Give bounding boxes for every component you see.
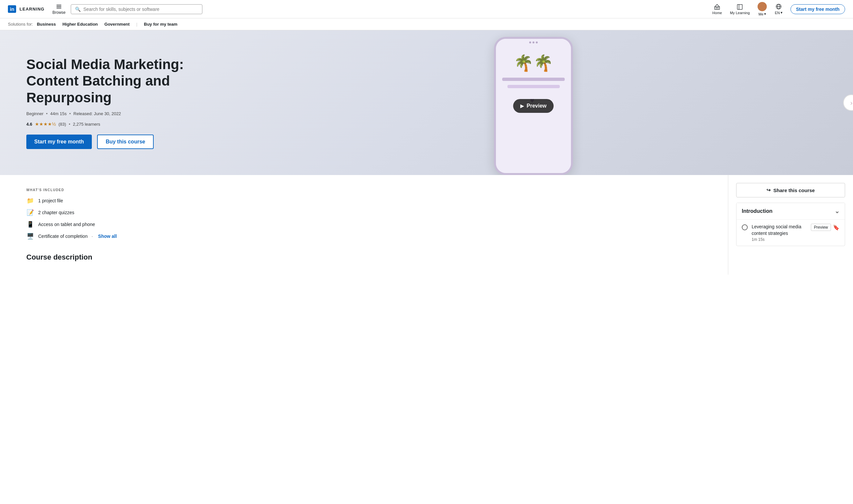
svg-rect-0 <box>57 5 61 5</box>
list-item: 🖥️ Certificate of completion · Show all <box>26 233 708 240</box>
language-label: EN <box>775 11 780 15</box>
preview-button[interactable]: ▶ Preview <box>513 99 553 113</box>
content-line-1 <box>502 78 565 81</box>
palm-trees-illustration: 🌴🌴 <box>514 54 553 72</box>
hero-section: Social Media Marketing: Content Batching… <box>0 30 853 175</box>
header: in LEARNING Browse 🔍 <box>0 0 853 30</box>
show-all-link[interactable]: Show all <box>98 234 117 239</box>
chevron-down-icon: ⌄ <box>835 208 839 215</box>
intro-title: Introduction <box>742 208 772 214</box>
government-link[interactable]: Government <box>104 22 130 26</box>
dot-cert: · <box>91 234 93 239</box>
search-input[interactable] <box>83 6 198 12</box>
bookmark-icon[interactable]: 🔖 <box>833 224 839 231</box>
stars-icon: ★★★★½ <box>35 121 56 127</box>
phone-dot-3 <box>536 41 538 43</box>
circle-checkbox-icon[interactable] <box>742 224 748 230</box>
my-learning-label: My Learning <box>730 11 750 15</box>
avatar <box>758 2 767 11</box>
me-label: Me <box>759 12 764 16</box>
logo-in: in <box>10 6 14 12</box>
folder-icon: 📁 <box>26 197 34 204</box>
start-free-month-hero-button[interactable]: Start my free month <box>26 134 92 149</box>
solutions-for-label: Solutions for: <box>8 22 33 26</box>
dot-1: • <box>46 111 48 116</box>
dot-3: • <box>69 122 70 127</box>
home-nav-item[interactable]: Home <box>712 4 722 15</box>
share-course-button[interactable]: ↪ Share this course <box>736 183 845 197</box>
svg-rect-3 <box>715 7 720 10</box>
course-rating-row: 4.6 ★★★★½ (83) • 2,275 learners <box>26 121 194 127</box>
phone-dot-1 <box>529 41 531 43</box>
lang-chevron-icon: ▾ <box>781 11 783 15</box>
included-item-text: Certificate of completion <box>38 234 88 239</box>
arrow-right-icon[interactable]: › <box>843 94 853 111</box>
phone-dots <box>496 39 571 46</box>
intro-item-actions: Preview 🔖 <box>811 224 839 231</box>
start-free-month-button[interactable]: Start my free month <box>790 4 845 14</box>
svg-rect-1 <box>57 6 61 7</box>
whats-included-label: WHAT'S INCLUDED <box>26 188 708 192</box>
solutions-divider: | <box>136 22 137 26</box>
list-item: 📁 1 project file <box>26 197 708 204</box>
phone-dot-2 <box>532 41 534 43</box>
language-nav-item[interactable]: EN ▾ <box>775 3 782 15</box>
included-item-text: 1 project file <box>38 198 63 203</box>
svg-rect-4 <box>738 4 743 9</box>
browse-button[interactable]: Browse <box>52 4 66 15</box>
share-icon: ↪ <box>766 187 771 193</box>
list-item: 📱 Access on tablet and phone <box>26 221 708 228</box>
included-item-text: 2 chapter quizzes <box>38 210 74 215</box>
globe-icon <box>775 3 782 10</box>
course-title: Social Media Marketing: Content Batching… <box>26 56 194 106</box>
intro-section: Introduction ⌄ Leveraging social media c… <box>736 203 845 246</box>
course-released: Released: June 30, 2022 <box>73 111 121 116</box>
svg-rect-2 <box>57 7 61 8</box>
linkedin-logo-box: in <box>8 5 16 13</box>
tablet-icon: 📱 <box>26 221 34 228</box>
hero-visual: 🌴🌴 ♥ ▶ Preview › <box>214 30 853 175</box>
me-chevron-icon: ▾ <box>764 12 766 16</box>
home-label: Home <box>712 11 722 15</box>
intro-item: Leveraging social media content strategi… <box>736 219 845 246</box>
included-item-text: Access on tablet and phone <box>38 222 95 227</box>
course-duration: 44m 15s <box>50 111 67 116</box>
course-level: Beginner <box>26 111 43 116</box>
course-description-title: Course description <box>26 253 708 262</box>
buy-course-button[interactable]: Buy this course <box>97 134 154 149</box>
search-icon: 🔍 <box>75 6 81 12</box>
solutions-bar: Solutions for: Business Higher Education… <box>0 18 853 30</box>
book-icon <box>736 4 743 10</box>
intro-header[interactable]: Introduction ⌄ <box>736 203 845 219</box>
intro-lesson-title: Leveraging social media content strategi… <box>752 224 807 236</box>
search-bar[interactable]: 🔍 <box>71 4 202 14</box>
logo-learning-text: LEARNING <box>19 6 45 12</box>
me-nav-item[interactable]: Me ▾ <box>758 2 767 16</box>
home-icon <box>714 4 721 10</box>
logo[interactable]: in LEARNING <box>8 5 45 13</box>
list-item: 📝 2 chapter quizzes <box>26 209 708 216</box>
preview-label: Preview <box>527 103 546 109</box>
phone-mockup: 🌴🌴 ♥ ▶ Preview <box>494 37 573 175</box>
play-icon: ▶ <box>520 103 524 109</box>
browse-label: Browse <box>52 10 66 15</box>
quiz-icon: 📝 <box>26 209 34 216</box>
solutions-links: Business Higher Education Government <box>37 22 130 26</box>
sidebar-right: ↪ Share this course Introduction ⌄ Lever… <box>728 175 853 275</box>
included-list: 📁 1 project file 📝 2 chapter quizzes 📱 A… <box>26 197 708 240</box>
course-meta: Beginner • 44m 15s • Released: June 30, … <box>26 111 194 116</box>
business-link[interactable]: Business <box>37 22 56 26</box>
preview-tag[interactable]: Preview <box>811 224 831 231</box>
intro-lesson-duration: 1m 15s <box>752 237 807 242</box>
rating-number: 4.6 <box>26 122 32 127</box>
content-line-2 <box>508 85 560 88</box>
menu-icon <box>56 4 62 10</box>
my-learning-nav-item[interactable]: My Learning <box>730 4 750 15</box>
main-content: WHAT'S INCLUDED 📁 1 project file 📝 2 cha… <box>0 175 728 275</box>
buy-for-team-link[interactable]: Buy for my team <box>144 22 177 26</box>
share-course-label: Share this course <box>774 187 815 193</box>
hero-content: Social Media Marketing: Content Batching… <box>0 30 214 175</box>
higher-education-link[interactable]: Higher Education <box>63 22 98 26</box>
below-hero: WHAT'S INCLUDED 📁 1 project file 📝 2 cha… <box>0 175 853 275</box>
intro-item-text: Leveraging social media content strategi… <box>752 224 807 242</box>
